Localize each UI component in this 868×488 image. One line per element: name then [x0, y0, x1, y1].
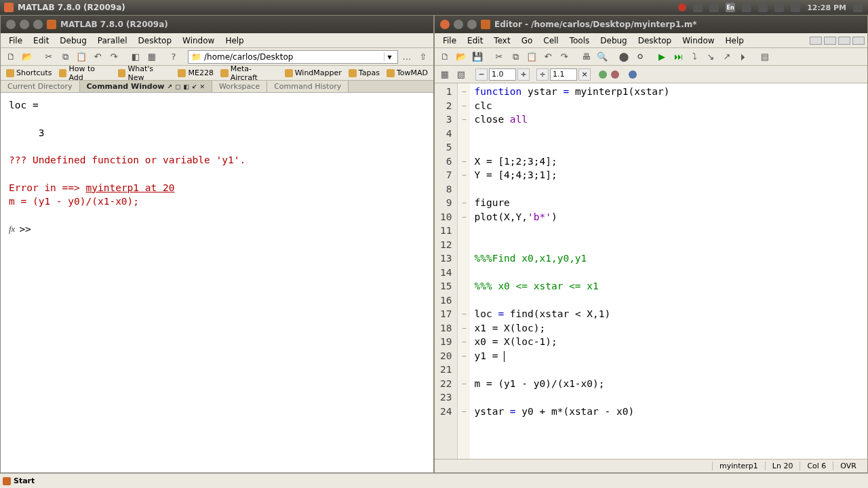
menu-file[interactable]: File: [437, 35, 462, 47]
code-mark[interactable]: –: [458, 377, 470, 391]
code-mark[interactable]: –: [458, 85, 470, 99]
code-line[interactable]: [474, 390, 863, 405]
code-line[interactable]: ystar = y0 + m*(xstar - x0): [474, 405, 863, 419]
decrement-button[interactable]: −: [475, 68, 488, 81]
menu-help[interactable]: Help: [220, 35, 249, 47]
tab-control-icon[interactable]: ✕: [199, 83, 205, 90]
code-mark[interactable]: [458, 238, 470, 252]
code-mark[interactable]: [458, 363, 470, 377]
code-line[interactable]: [474, 266, 863, 280]
code-line[interactable]: Y = [4;4;3;1];: [474, 168, 863, 182]
divide-button[interactable]: ÷: [536, 68, 549, 81]
volume-icon[interactable]: [791, 3, 800, 12]
increment-button[interactable]: +: [517, 68, 530, 81]
code-line[interactable]: loc = find(xstar < X,1): [474, 307, 863, 321]
paste-icon[interactable]: 📋: [524, 49, 539, 64]
menu-desktop[interactable]: Desktop: [633, 35, 677, 47]
fx-icon[interactable]: fx: [9, 223, 15, 235]
code-area[interactable]: function ystar = myinterp1(xstar)clcclos…: [470, 83, 867, 459]
shortcut-me228[interactable]: ME228: [175, 68, 216, 77]
new-file-icon[interactable]: 🗋: [437, 49, 452, 64]
maximize-button[interactable]: [467, 20, 477, 29]
shortcut-windmapper[interactable]: WindMapper: [282, 68, 344, 77]
bluetooth-icon[interactable]: [742, 3, 751, 12]
code-line[interactable]: [474, 293, 863, 308]
code-mark[interactable]: [458, 182, 470, 197]
paste-icon[interactable]: 📋: [74, 49, 89, 64]
code-mark[interactable]: –: [458, 321, 470, 336]
save-icon[interactable]: 💾: [470, 49, 485, 64]
menu-tools[interactable]: Tools: [564, 35, 595, 47]
code-mark[interactable]: –: [458, 196, 470, 210]
menu-file[interactable]: File: [3, 35, 28, 47]
undo-icon[interactable]: ↶: [90, 49, 105, 64]
code-mark[interactable]: –: [458, 210, 470, 224]
menu-go[interactable]: Go: [516, 35, 538, 47]
network-icon[interactable]: [709, 3, 719, 12]
code-line[interactable]: close all: [474, 113, 863, 127]
shortcut-shortcuts[interactable]: Shortcuts: [3, 68, 55, 77]
window-titlebar[interactable]: Editor - /home/carlos/Desktop/myinterp1.…: [435, 16, 867, 33]
code-mark[interactable]: –: [458, 99, 470, 113]
menu-text[interactable]: Text: [488, 35, 515, 47]
shutdown-icon[interactable]: [853, 3, 863, 12]
code-mark[interactable]: [458, 390, 470, 405]
menu-parallel[interactable]: Parallel: [92, 35, 133, 47]
close-button[interactable]: [440, 20, 450, 29]
chat-icon[interactable]: [774, 3, 784, 12]
close-button[interactable]: [6, 20, 16, 29]
multiply-value-input[interactable]: 1.1: [550, 68, 577, 81]
shortcut-towmad[interactable]: TowMAD: [384, 68, 431, 77]
code-line[interactable]: [474, 238, 863, 252]
info-icon[interactable]: [629, 70, 637, 79]
code-line[interactable]: %%% x0 <= xstar <= x1: [474, 279, 863, 293]
cut-icon[interactable]: ✂: [41, 49, 56, 64]
step-in-icon[interactable]: ↘: [703, 49, 718, 64]
code-mark[interactable]: –: [458, 155, 470, 169]
clock[interactable]: 12:28 PM: [807, 3, 846, 12]
print-icon[interactable]: 🖶: [578, 49, 593, 64]
code-line[interactable]: clc: [474, 99, 863, 113]
close-icon[interactable]: [852, 37, 865, 45]
code-mark[interactable]: –: [458, 335, 470, 349]
step-out-icon[interactable]: ↗: [719, 49, 734, 64]
shortcut-what-s-new[interactable]: What's New: [115, 64, 174, 82]
menu-cell[interactable]: Cell: [538, 35, 564, 47]
tab-control-icon[interactable]: ↙: [192, 83, 197, 90]
code-line[interactable]: X = [1;2;3;4];: [474, 155, 863, 169]
cut-icon[interactable]: ✂: [492, 49, 507, 64]
copy-icon[interactable]: ⧉: [58, 49, 73, 64]
keyboard-icon[interactable]: En: [726, 3, 735, 12]
start-button[interactable]: Start: [3, 476, 35, 485]
stack-icon[interactable]: ▤: [757, 49, 772, 64]
maximize-icon[interactable]: [838, 37, 850, 45]
power-icon[interactable]: [678, 3, 686, 12]
menu-help[interactable]: Help: [720, 35, 749, 47]
clear-breakpoint-icon[interactable]: ⭘: [633, 49, 648, 64]
set-breakpoint-icon[interactable]: ⬤: [616, 49, 631, 64]
code-mark[interactable]: [458, 279, 470, 293]
minimize-icon[interactable]: [824, 37, 836, 45]
step-icon[interactable]: ⤵: [687, 49, 702, 64]
menu-edit[interactable]: Edit: [28, 35, 54, 47]
shortcut-tapas[interactable]: Tapas: [346, 68, 382, 77]
dock-icon[interactable]: [810, 37, 822, 45]
tab-workspace[interactable]: Workspace: [212, 81, 267, 92]
code-mark[interactable]: [458, 266, 470, 280]
simulink-icon[interactable]: ◧: [128, 49, 143, 64]
code-mark[interactable]: –: [458, 307, 470, 321]
code-line[interactable]: y1 =: [474, 349, 863, 363]
run-advance-icon[interactable]: ⏭: [671, 49, 686, 64]
undo-icon[interactable]: ↶: [540, 49, 555, 64]
shortcut-meta-aircraft[interactable]: Meta-Aircraft: [218, 64, 281, 82]
lint-warn-icon[interactable]: [611, 70, 619, 79]
multiply-button[interactable]: ×: [578, 68, 591, 81]
code-mark[interactable]: –: [458, 405, 470, 419]
code-line[interactable]: %%%Find x0,x1,y0,y1: [474, 251, 863, 266]
path-dropdown-icon[interactable]: ▾: [384, 52, 395, 62]
continue-icon[interactable]: ⏵: [736, 49, 751, 64]
menu-window[interactable]: Window: [677, 35, 719, 47]
code-line[interactable]: [474, 224, 863, 238]
code-line[interactable]: [474, 140, 863, 155]
path-up-icon[interactable]: ⇧: [416, 49, 431, 64]
